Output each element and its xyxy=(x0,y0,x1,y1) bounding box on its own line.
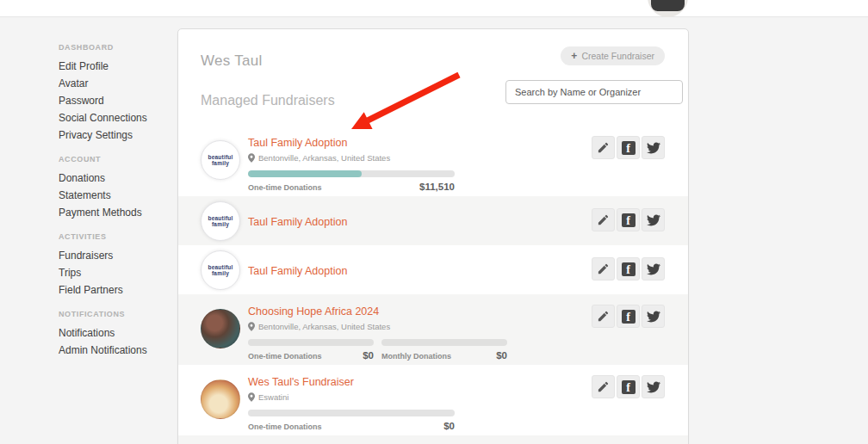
managed-fundraisers-card: Wes Taul + Create Fundraiser Managed Fun… xyxy=(177,28,689,444)
metric-value: $0 xyxy=(363,350,374,361)
fundraiser-actions: f xyxy=(592,305,665,328)
share-twitter-button[interactable] xyxy=(642,257,665,281)
edit-button[interactable] xyxy=(592,305,615,328)
share-facebook-button[interactable]: f xyxy=(617,375,640,398)
avatar-logo-text: beautiful xyxy=(208,215,233,221)
progress-bar xyxy=(248,170,455,177)
fundraiser-list: beautifulfamily Taul Family Adoption Ben… xyxy=(178,126,688,444)
map-pin-icon xyxy=(248,153,255,163)
sidebar-section-header: DASHBOARD xyxy=(59,43,175,52)
sidebar-section: ACTIVITIES Fundraisers Trips Field Partn… xyxy=(59,232,175,299)
create-fundraiser-label: Create Fundraiser xyxy=(581,51,654,61)
fundraiser-title-link[interactable]: Taul Family Adoption xyxy=(248,265,347,277)
fundraiser-row: Wes Taul's Fundraiser Eswatini One-time … xyxy=(178,365,688,435)
metric-label: One-time Donations xyxy=(248,422,322,431)
share-facebook-button[interactable]: f xyxy=(617,305,640,328)
sidebar-item-trips[interactable]: Trips xyxy=(59,264,175,281)
sidebar-item-payment-methods[interactable]: Payment Methods xyxy=(59,204,175,221)
sidebar-item-donations[interactable]: Donations xyxy=(59,170,175,187)
create-fundraiser-button[interactable]: + Create Fundraiser xyxy=(561,46,665,65)
fundraiser-avatar[interactable]: beautifulfamily xyxy=(201,250,240,290)
sidebar-item-fundraisers[interactable]: Fundraisers xyxy=(59,247,175,264)
metric-label: One-time Donations xyxy=(248,352,322,361)
donation-metric: One-time Donations $0 xyxy=(248,339,374,361)
sidebar-item-avatar[interactable]: Avatar xyxy=(59,75,175,92)
sidebar-item-password[interactable]: Password xyxy=(59,92,175,109)
avatar-logo-text: family xyxy=(212,160,229,166)
sidebar-item-edit-profile[interactable]: Edit Profile xyxy=(59,58,175,75)
share-twitter-button[interactable] xyxy=(642,305,665,328)
sidebar-section: DASHBOARD Edit Profile Avatar Password S… xyxy=(59,43,175,144)
pencil-icon xyxy=(597,213,610,226)
share-facebook-button[interactable]: f xyxy=(617,257,640,281)
sidebar-item-admin-notifications[interactable]: Admin Notifications xyxy=(59,342,175,359)
sidebar: DASHBOARD Edit Profile Avatar Password S… xyxy=(59,43,175,370)
edit-button[interactable] xyxy=(592,375,615,398)
fundraiser-title-link[interactable]: Taul Family Adoption xyxy=(248,137,347,149)
twitter-icon xyxy=(647,310,660,324)
edit-button[interactable] xyxy=(592,136,615,159)
fundraiser-row: beautifulfamily Taul Family Adoption Ben… xyxy=(178,126,688,196)
facebook-icon: f xyxy=(622,213,636,227)
progress-bar-fill xyxy=(248,170,362,177)
fundraiser-actions: f xyxy=(592,208,665,231)
fundraiser-row-partial xyxy=(178,435,688,444)
fundraiser-title-link[interactable]: Taul Family Adoption xyxy=(248,216,347,228)
sidebar-section: NOTIFICATIONS Notifications Admin Notifi… xyxy=(59,310,175,359)
fundraiser-title-link[interactable]: Choosing Hope Africa 2024 xyxy=(248,305,379,318)
donation-metric: One-time Donations $11,510 xyxy=(248,170,455,192)
metric-value: $11,510 xyxy=(419,182,455,192)
fundraiser-title-link[interactable]: Wes Taul's Fundraiser xyxy=(248,376,354,388)
pencil-icon xyxy=(597,141,610,154)
fundraiser-avatar[interactable]: beautifulfamily xyxy=(201,201,240,241)
pencil-icon xyxy=(597,310,610,323)
share-twitter-button[interactable] xyxy=(642,208,665,231)
facebook-icon: f xyxy=(622,380,636,394)
fundraiser-row: beautifulfamily Taul Family Adoption xyxy=(178,245,688,294)
sidebar-item-notifications[interactable]: Notifications xyxy=(59,324,175,342)
twitter-icon xyxy=(647,141,660,155)
sidebar-item-social-connections[interactable]: Social Connections xyxy=(59,109,175,126)
donation-metric: One-time Donations $0 xyxy=(248,410,455,431)
top-bar xyxy=(0,0,868,17)
sidebar-item-statements[interactable]: Statements xyxy=(59,187,175,204)
twitter-icon xyxy=(647,213,660,227)
facebook-icon: f xyxy=(622,141,636,155)
metric-label: One-time Donations xyxy=(248,183,322,192)
avatar-logo-text: family xyxy=(212,270,229,276)
share-twitter-button[interactable] xyxy=(642,136,665,159)
sidebar-section-header: NOTIFICATIONS xyxy=(59,310,175,318)
progress-bar xyxy=(248,410,455,416)
fundraiser-actions: f xyxy=(592,257,665,281)
twitter-icon xyxy=(647,380,660,394)
fundraiser-actions: f xyxy=(592,375,665,398)
sidebar-item-field-partners[interactable]: Field Partners xyxy=(59,281,175,299)
fundraiser-avatar[interactable] xyxy=(201,379,240,419)
fundraiser-location-text: Bentonville, Arkansas, United States xyxy=(258,153,390,163)
search-input[interactable] xyxy=(505,80,683,104)
map-pin-icon xyxy=(248,322,255,331)
fundraiser-avatar[interactable] xyxy=(201,309,240,348)
fundraiser-location-text: Eswatini xyxy=(258,392,288,402)
metric-label: Monthly Donations xyxy=(381,352,451,361)
pencil-icon xyxy=(597,262,610,275)
edit-button[interactable] xyxy=(592,257,615,281)
avatar-logo-text: beautiful xyxy=(208,264,233,270)
progress-bar xyxy=(248,339,374,346)
sidebar-item-privacy-settings[interactable]: Privacy Settings xyxy=(59,126,175,144)
fundraiser-avatar[interactable]: beautifulfamily xyxy=(201,140,240,180)
fundraiser-row: beautifulfamily Taul Family Adoption xyxy=(178,196,688,245)
facebook-icon: f xyxy=(622,310,636,324)
map-pin-icon xyxy=(248,392,255,402)
fundraiser-metrics: One-time Donations $0 xyxy=(248,410,688,431)
share-facebook-button[interactable]: f xyxy=(617,208,640,231)
page-title: Wes Taul xyxy=(201,52,263,70)
twitter-icon xyxy=(647,262,660,276)
section-title: Managed Fundraisers xyxy=(201,93,335,108)
edit-button[interactable] xyxy=(592,208,615,231)
share-twitter-button[interactable] xyxy=(642,375,665,398)
share-facebook-button[interactable]: f xyxy=(617,136,640,159)
avatar-logo-text: beautiful xyxy=(208,154,233,160)
sidebar-section-header: ACTIVITIES xyxy=(59,232,175,241)
fundraiser-row: Choosing Hope Africa 2024 Bentonville, A… xyxy=(178,294,688,365)
